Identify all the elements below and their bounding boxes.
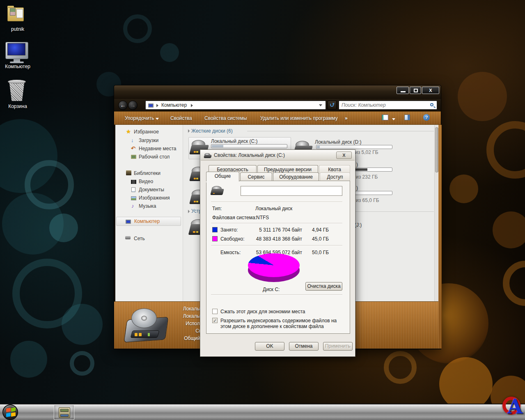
bokeh-circle (493, 211, 525, 248)
desktop-icon-recycle-bin[interactable]: Корзина (0, 79, 35, 112)
views-dropdown-icon (392, 118, 395, 120)
preview-pane-button[interactable] (404, 115, 410, 122)
tab-sharing[interactable]: Доступ (320, 172, 350, 181)
watermark-letter: A (507, 395, 523, 418)
compress-checkbox[interactable] (212, 309, 218, 314)
views-icon (382, 115, 388, 120)
uninstall-program-button[interactable]: Удалить или изменить программу (260, 115, 338, 121)
network-icon (125, 235, 131, 241)
sidebar-item-favorites[interactable]: Избранное (134, 129, 159, 135)
recent-places-icon: ↶ (131, 146, 137, 151)
free-color-swatch (212, 236, 218, 241)
search-icon[interactable] (430, 103, 433, 106)
sidebar-item-computer-label: Компьютер (134, 218, 160, 224)
star-icon: ★ (126, 129, 132, 135)
bokeh-circle (458, 72, 507, 121)
explorer-task-icon (59, 407, 70, 418)
drive-name[interactable]: Локальный диск (D:) (315, 139, 362, 145)
computer-icon-small (126, 219, 131, 225)
back-button[interactable]: ← (118, 101, 128, 110)
desktop-icon-label: Корзина (0, 103, 35, 109)
video-icon (131, 179, 137, 185)
free-bytes: 48 383 418 368 байт (243, 236, 302, 242)
group-collapse-icon[interactable] (186, 129, 190, 133)
sidebar-item-computer[interactable]: Компьютер (116, 217, 181, 226)
type-value: Локальный диск (255, 206, 292, 211)
bokeh-circle (439, 357, 493, 411)
minimize-button[interactable] (397, 87, 409, 94)
libraries-icon (126, 171, 132, 177)
maximize-button[interactable] (410, 87, 421, 94)
bokeh-circle (70, 351, 94, 376)
views-button[interactable] (382, 115, 395, 122)
separator (211, 223, 342, 223)
start-button[interactable] (2, 404, 18, 420)
properties-button[interactable]: Свойства (170, 115, 192, 121)
pie-top (248, 253, 300, 277)
sidebar-item-pictures[interactable]: Изображения (139, 195, 170, 201)
tab-general[interactable]: Общие (206, 172, 239, 181)
help-button[interactable]: ? (423, 114, 430, 121)
filesystem-value: NTFS (256, 215, 269, 220)
organize-button[interactable]: Упорядочить (125, 115, 159, 121)
drive-label-textbox[interactable] (241, 186, 342, 196)
taskbar-item-explorer-active[interactable] (54, 405, 74, 420)
disk-cleanup-button[interactable]: Очистка диска (305, 282, 342, 291)
dialog-close-button[interactable]: X (336, 151, 352, 159)
sidebar-item-video[interactable]: Видео (139, 179, 153, 184)
used-bytes: 5 311 176 704 байт (243, 227, 302, 233)
dialog-title: Свойства: Локальный диск (C:) (214, 152, 285, 158)
sidebar-item-documents[interactable]: Документы (139, 187, 164, 193)
group-header-hdd[interactable]: Жесткие диски (6) (191, 128, 233, 134)
sidebar-item-music[interactable]: Музыка (139, 203, 156, 209)
dialog-titlebar[interactable]: Свойства: Локальный диск (C:) X (201, 150, 355, 161)
downloads-icon: ↓ (131, 138, 137, 143)
apply-button[interactable]: Применить (323, 342, 353, 351)
system-properties-button[interactable]: Свойства системы (204, 115, 247, 121)
ok-button[interactable]: OK (255, 342, 284, 351)
music-icon: ♪ (131, 203, 137, 209)
sidebar-item-recent-places[interactable]: Недавние места (139, 146, 176, 151)
properties-dialog: Свойства: Локальный диск (C:) X Безопасн… (200, 149, 355, 357)
drive-label-input[interactable] (241, 186, 342, 195)
folder-icon (7, 2, 25, 24)
cancel-button[interactable]: Отмена (289, 342, 319, 351)
forward-button[interactable]: → (128, 101, 138, 110)
drive-size-text: из 65,0 ГБ (356, 197, 379, 203)
bokeh-circle (10, 341, 47, 378)
breadcrumb[interactable]: Компьютер (145, 101, 326, 110)
tab-hardware[interactable]: Оборудование (273, 172, 319, 181)
sidebar-item-desktop[interactable]: Рабочий стол (139, 154, 170, 160)
desktop-icon-computer[interactable]: Компьютер (0, 41, 35, 72)
drive-capacity-bar (316, 145, 392, 149)
window-frame-edge (438, 125, 442, 349)
sidebar-item-downloads[interactable]: Загрузки (139, 138, 158, 143)
sidebar-item-libraries[interactable]: Библиотеки (134, 170, 160, 176)
search-input[interactable] (342, 101, 426, 109)
refresh-button[interactable] (328, 101, 337, 110)
close-button[interactable]: X (422, 87, 439, 94)
drive-name-fragment: ) (356, 185, 358, 191)
preview-pane-icon (404, 115, 410, 120)
breadcrumb-item[interactable]: Компьютер (161, 102, 187, 108)
window-titlebar[interactable]: X (114, 85, 441, 99)
scrollbar-thumb[interactable] (435, 127, 438, 172)
tab-tools[interactable]: Сервис (240, 172, 272, 181)
group-collapse-icon[interactable] (186, 210, 190, 213)
toolbar-overflow-button[interactable]: » (345, 115, 348, 121)
address-dropdown-icon[interactable] (319, 104, 322, 106)
drive-name: Локальный диск (C:) (211, 138, 258, 144)
drive-name-fragment: ) (356, 162, 358, 168)
search-box[interactable] (339, 101, 437, 110)
desktop-icon-putnik[interactable]: putnik (0, 2, 35, 33)
sidebar-item-network[interactable]: Сеть (134, 236, 145, 241)
index-checkbox[interactable]: ✓ (212, 318, 218, 323)
recycle-bin-icon (7, 79, 26, 102)
watermark-logo: A (502, 394, 525, 420)
pictures-icon (131, 196, 137, 202)
used-color-swatch (212, 227, 218, 232)
free-size: 45,0 ГБ (312, 236, 329, 242)
taskbar: e EN 15 (0, 404, 525, 420)
maximize-icon (414, 89, 418, 92)
vertical-scrollbar[interactable] (434, 125, 438, 301)
